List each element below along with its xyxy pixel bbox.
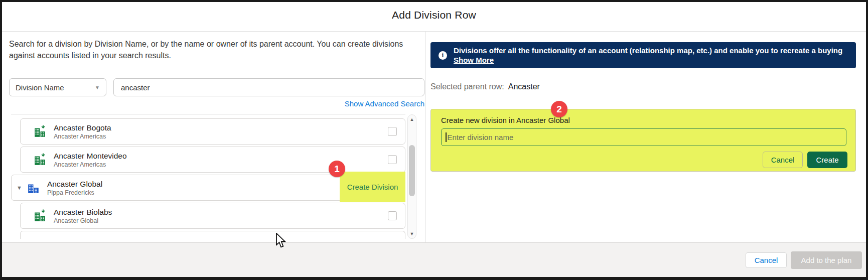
step-badge-1: 1 [329,161,345,177]
row-checkbox[interactable] [388,127,397,136]
account-icon [27,181,40,194]
info-banner-text: Divisions offer all the functionality of… [454,46,842,55]
search-instructions: Search for a division by Division Name, … [9,38,414,61]
list-item[interactable]: Ancaster Montevideo Ancaster Americas [20,147,405,173]
pane-divider [425,32,426,242]
division-parent: Ancaster Americas [54,161,127,169]
chevron-down-icon: ▼ [95,85,100,90]
text-caret [446,132,447,142]
list-item[interactable]: Ancaster Bogota Ancaster Americas [20,118,405,145]
row-checkbox[interactable] [388,211,397,220]
division-icon [34,209,47,222]
scrollbar-thumb[interactable] [409,145,415,196]
division-parent: Ancaster Global [54,217,112,225]
search-input[interactable] [113,78,424,96]
create-division-highlight: Create Division [340,172,405,202]
create-panel-create-button[interactable]: Create [807,152,847,168]
account-name: Ancaster Global [47,179,102,189]
modal-footer: Cancel Add to the plan [2,242,866,277]
create-division-panel: Create new division in Ancaster Global E… [430,109,856,172]
expand-caret-icon[interactable]: ▼ [17,185,22,191]
step-badge-2: 2 [551,101,567,117]
header-divider [2,31,866,32]
selected-parent-row: Selected parent row:Ancaster [430,82,540,91]
account-owner: Pippa Fredericks [47,189,102,197]
footer-cancel-button[interactable]: Cancel [746,252,787,268]
division-name-input[interactable]: Enter division name [441,128,846,146]
info-banner: i Divisions offer all the functionality … [430,42,856,68]
division-icon [34,125,47,138]
division-parent: Ancaster Americas [54,132,111,141]
create-division-heading: Create new division in Ancaster Global [441,116,570,124]
division-name: Ancaster Biolabs [54,207,112,217]
show-more-link[interactable]: Show More [454,55,494,65]
selected-parent-value: Ancaster [508,82,540,91]
list-scrollbar[interactable]: ▲ ▼ [407,114,416,239]
list-item-partial [20,231,405,239]
info-icon: i [439,51,447,60]
division-name: Ancaster Montevideo [54,151,127,161]
search-field-dropdown[interactable]: Division Name ▼ [9,78,106,96]
search-field-dropdown-value: Division Name [16,83,95,92]
create-division-link[interactable]: Create Division [347,183,398,191]
selected-parent-label: Selected parent row: [430,82,504,91]
show-advanced-search-link[interactable]: Show Advanced Search [281,99,424,108]
add-division-row-modal: Add Division Row Search for a division b… [0,0,868,280]
scroll-up-icon[interactable]: ▲ [408,115,416,124]
create-panel-cancel-button[interactable]: Cancel [763,152,803,168]
division-name-placeholder: Enter division name [448,133,514,142]
list-item[interactable]: Ancaster Biolabs Ancaster Global [20,203,405,229]
division-icon [34,153,47,166]
add-to-plan-button[interactable]: Add to the plan [791,251,862,269]
division-name: Ancaster Bogota [54,123,111,132]
scroll-down-icon[interactable]: ▼ [408,229,416,238]
page-title: Add Division Row [2,9,866,21]
division-results-list: Ancaster Bogota Ancaster Americas Ancast… [11,114,405,239]
row-checkbox[interactable] [388,155,397,164]
